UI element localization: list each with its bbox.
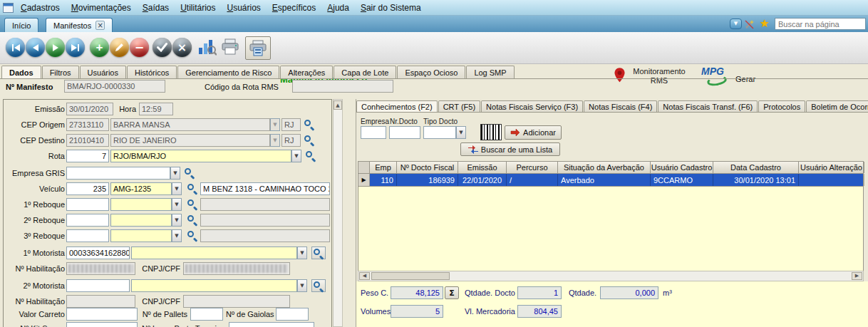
scroll-left-icon[interactable]: ◀ (359, 272, 370, 280)
add-button[interactable]: + (90, 38, 109, 57)
col-percurso[interactable]: Percurso (507, 162, 558, 173)
first-record-button[interactable] (6, 38, 25, 57)
rota-combo-arrow-icon[interactable]: ▼ (291, 150, 301, 162)
empresa-gris-combo-arrow-icon[interactable]: ▼ (170, 167, 180, 180)
reboque2-combo-arrow-icon[interactable]: ▼ (172, 214, 182, 227)
col-usuario-cadastro[interactable]: Usuário Cadastro (651, 162, 713, 173)
cep-destino-combo-arrow-icon[interactable]: ▼ (270, 134, 280, 147)
cep-origem-search-magnifier-button[interactable] (303, 118, 316, 131)
print-preview-button[interactable] (245, 36, 271, 60)
nr-docto-input[interactable] (389, 126, 420, 139)
tab-usuarios[interactable]: Usuários (80, 66, 126, 79)
valor-carreto-field[interactable] (66, 308, 138, 321)
motorista2-search-magnifier-button[interactable] (311, 279, 326, 292)
gerar-label[interactable]: Gerar (735, 75, 755, 83)
rota-codigo-field[interactable]: 7 (66, 150, 109, 162)
motorista1-search-magnifier-button[interactable] (311, 246, 326, 259)
tab-alteracoes[interactable]: Alterações (280, 66, 333, 79)
reboque1-search-magnifier-button[interactable] (186, 198, 199, 211)
menu-usuarios[interactable]: Usuários (221, 1, 266, 15)
tab-boletim-de-ocorrencia[interactable]: Boletim de Ocorrência (806, 100, 868, 113)
grid-row-selected[interactable]: ▶ 110 186939 22/01/2020 / Averbado 9CCAR… (358, 174, 864, 187)
previous-record-button[interactable] (26, 38, 45, 57)
tab-manifestos[interactable]: Manifestos × (46, 18, 113, 32)
tab-notas-fiscais[interactable]: Notas Fiscais (F4) (584, 100, 657, 113)
scrollbar-thumb[interactable] (371, 272, 450, 280)
rota-combo[interactable]: RJO/BMA/RJO (110, 150, 291, 162)
lacre-field[interactable] (229, 322, 314, 327)
menu-movimentacoes[interactable]: Movimentações (66, 1, 137, 15)
gaiolas-field[interactable] (276, 308, 309, 321)
reboque2-placa-combo[interactable] (110, 214, 172, 227)
menu-cadastros[interactable]: Cadastros (15, 1, 66, 15)
edit-button[interactable] (110, 38, 129, 57)
tab-inicio[interactable]: Início (4, 18, 38, 32)
last-record-button[interactable] (66, 38, 85, 57)
confirm-button[interactable] (153, 38, 172, 57)
cep-destino-search-magnifier-button[interactable] (303, 134, 316, 147)
print-button[interactable] (221, 38, 239, 57)
barcode-icon[interactable] (480, 124, 502, 140)
menu-sair-do-sistema[interactable]: Sair do Sistema (355, 1, 427, 15)
tab-protocolos[interactable]: Protocolos (758, 100, 805, 113)
form-panel-scrollbar[interactable]: ▲ (333, 99, 343, 327)
col-data-cadastro[interactable]: Data Cadastro (713, 162, 799, 173)
veiculo-codigo-field[interactable]: 235 (66, 182, 109, 195)
mpg-logo[interactable]: MPG (701, 66, 733, 88)
reboque3-codigo-field[interactable] (66, 229, 109, 242)
col-docto-fiscal[interactable]: Nº Docto Fiscal (397, 162, 458, 173)
empresa-gris-combo[interactable] (66, 167, 170, 180)
cep-origem-combo-arrow-icon[interactable]: ▼ (270, 118, 280, 131)
reboque2-codigo-field[interactable] (66, 214, 109, 227)
motorista2-nome-combo[interactable] (131, 279, 297, 292)
grid-hscrollbar[interactable]: ◀ ▶ (358, 271, 864, 281)
map-pin-icon[interactable] (614, 68, 625, 84)
search-input[interactable] (775, 18, 866, 30)
monitoramento-rms-label[interactable]: Monitoramento RMS (627, 67, 691, 85)
tab-espaco-ocioso[interactable]: Espaço Ocioso (397, 66, 465, 79)
close-tab-icon[interactable]: × (95, 21, 105, 30)
motorista1-codigo-field[interactable]: 00033634162880 (66, 246, 130, 259)
motorista1-nome-combo[interactable] (131, 246, 297, 259)
reboque2-search-magnifier-button[interactable] (186, 214, 199, 227)
menu-especificos[interactable]: Específicos (267, 1, 321, 15)
empresa-gris-search-magnifier-button[interactable] (183, 167, 196, 180)
motorista1-combo-arrow-icon[interactable]: ▼ (297, 246, 307, 259)
sum-sigma-button[interactable]: Σ (445, 286, 459, 299)
col-usuario-alteracao[interactable]: Usuário Alteração (799, 162, 864, 173)
tab-crt[interactable]: CRT (F5) (438, 100, 480, 113)
rota-search-magnifier-button[interactable] (304, 150, 317, 162)
motorista2-combo-arrow-icon[interactable]: ▼ (297, 279, 307, 292)
chart-button[interactable] (198, 38, 217, 57)
cancel-button[interactable]: × (172, 38, 192, 57)
col-emissao[interactable]: Emissão (458, 162, 507, 173)
scroll-right-icon[interactable]: ▶ (852, 272, 862, 280)
tipo-docto-combo-arrow-icon[interactable]: ▼ (456, 126, 466, 139)
veiculo-search-magnifier-button[interactable] (186, 182, 199, 195)
tab-historicos[interactable]: Históricos (127, 66, 177, 79)
tab-notas-fiscais-transf[interactable]: Notas Fiscais Transf. (F6) (658, 100, 758, 113)
tab-filtros[interactable]: Filtros (42, 66, 79, 79)
reboque3-search-magnifier-button[interactable] (186, 229, 199, 242)
col-emp[interactable]: Emp (370, 162, 397, 173)
reboque3-placa-combo[interactable] (110, 229, 172, 242)
reboque1-placa-combo[interactable] (110, 198, 172, 211)
tab-gerenciamento-de-risco[interactable]: Gerenciamento de Risco (177, 66, 279, 79)
tab-capa-de-lote[interactable]: Capa de Lote (334, 66, 396, 79)
pallets-field[interactable] (190, 308, 223, 321)
motorista2-codigo-field[interactable] (66, 279, 130, 292)
menu-utilitarios[interactable]: Utilitários (175, 1, 221, 15)
adicionar-button[interactable]: Adicionar (505, 125, 562, 140)
reboque3-combo-arrow-icon[interactable]: ▼ (172, 229, 182, 242)
empresa-input[interactable] (361, 126, 386, 139)
favorites-star-icon[interactable]: ★ (760, 19, 769, 29)
wand-icon[interactable] (744, 19, 755, 31)
scroll-up-icon[interactable]: ▲ (334, 100, 342, 110)
kit-segur-field[interactable] (66, 322, 138, 327)
tab-notas-fiscais-servico[interactable]: Notas Fiscais Serviço (F3) (481, 100, 583, 113)
dropdown-badge-icon[interactable]: ▼ (730, 19, 742, 29)
delete-button[interactable]: − (130, 38, 149, 57)
veiculo-combo-arrow-icon[interactable]: ▼ (172, 182, 182, 195)
tab-conhecimentos[interactable]: Conhecimentos (F2) (356, 100, 438, 113)
veiculo-placa-combo[interactable]: AMG-1235 (110, 182, 172, 195)
